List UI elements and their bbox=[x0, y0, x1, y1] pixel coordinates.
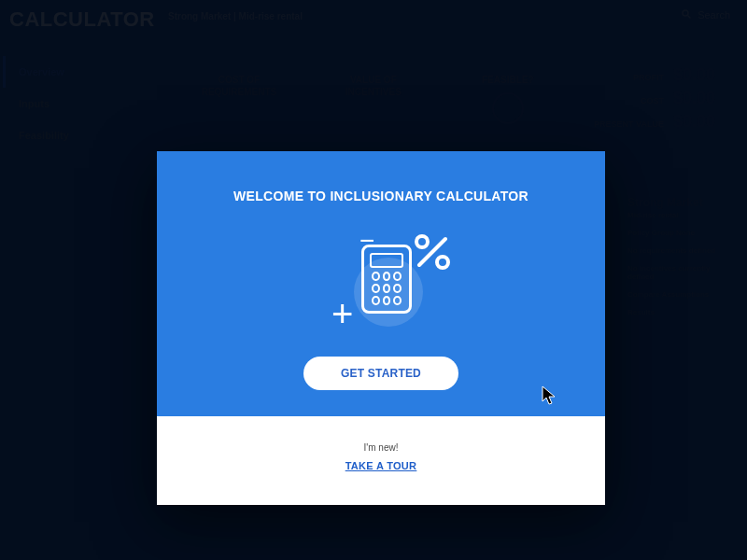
percent-icon bbox=[414, 233, 451, 274]
calculator-illustration: − + bbox=[311, 230, 451, 332]
modal-footer-lead: I'm new! bbox=[166, 442, 596, 453]
svg-line-4 bbox=[419, 239, 445, 265]
modal-title: WELCOME TO INCLUSIONARY CALCULATOR bbox=[176, 189, 586, 203]
svg-point-2 bbox=[416, 236, 428, 247]
calculator-icon bbox=[361, 245, 412, 314]
get-started-button[interactable]: GET STARTED bbox=[303, 357, 458, 390]
svg-point-3 bbox=[437, 257, 448, 268]
take-a-tour-link[interactable]: TAKE A TOUR bbox=[345, 460, 417, 471]
welcome-modal: WELCOME TO INCLUSIONARY CALCULATOR − + G… bbox=[157, 151, 605, 505]
plus-icon: + bbox=[331, 295, 353, 332]
